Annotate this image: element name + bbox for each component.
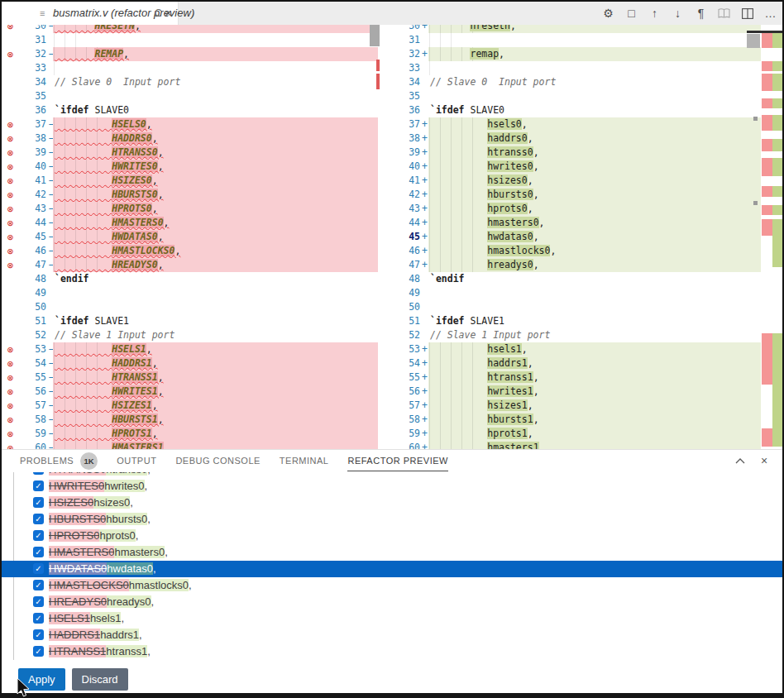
editor-line-right-49[interactable]: 49 — [389, 286, 762, 300]
editor-line-left-36[interactable]: 36`ifdef SLAVE0 — [2, 103, 380, 117]
editor-line-left-56[interactable]: ⊗56− HWRITES1, — [2, 385, 380, 399]
editor-line-right-55[interactable]: 55+ htranss1, — [389, 371, 762, 385]
editor-line-right-44[interactable]: 44+ hmasters0, — [389, 216, 762, 230]
editor-line-right-33[interactable]: 33 — [389, 61, 762, 75]
tab-close-icon[interactable]: × — [165, 6, 172, 20]
editor-line-left-37[interactable]: ⊗37− HSELS0, — [2, 117, 380, 131]
panel-tab-output[interactable]: OUTPUT — [117, 450, 156, 471]
editor-line-left-57[interactable]: ⊗57− HSIZES1, — [2, 399, 380, 413]
editor-line-left-32[interactable]: ⊗32− REMAP, — [2, 47, 380, 61]
checkbox-icon[interactable]: ✓ — [33, 629, 44, 640]
editor-line-right-34[interactable]: 34// Slave 0 Input port — [389, 75, 762, 89]
editor-line-left-59[interactable]: ⊗59− HPROTS1, — [2, 427, 380, 441]
editor-line-left-47[interactable]: ⊗47− HREADYS0, — [2, 258, 380, 272]
editor-line-right-40[interactable]: 40+ hwrites0, — [389, 160, 762, 174]
more-actions-icon[interactable]: … — [763, 7, 777, 21]
editor-line-right-57[interactable]: 57+ hsizes1, — [389, 399, 762, 413]
editor-line-left-44[interactable]: ⊗44− HMASTERS0, — [2, 216, 380, 230]
editor-line-right-48[interactable]: 48`endif — [389, 272, 762, 286]
panel-tab-problems[interactable]: PROBLEMS1K — [20, 450, 98, 471]
editor-line-right-38[interactable]: 38+ haddrs0, — [389, 131, 762, 146]
checkbox-icon[interactable]: ✓ — [33, 563, 44, 574]
editor-line-right-46[interactable]: 46+ hmastlocks0, — [389, 244, 762, 258]
diff-pane-original[interactable]: ⊗30− HRESETN,31⊗32− REMAP,3334// Slave 0… — [2, 25, 380, 449]
panel-tab-terminal[interactable]: TERMINAL — [280, 450, 329, 471]
editor-line-left-50[interactable]: 50 — [2, 300, 380, 314]
editor-line-right-58[interactable]: 58+ hbursts1, — [389, 413, 762, 427]
checkbox-icon[interactable]: ✓ — [33, 514, 44, 524]
editor-line-left-38[interactable]: ⊗38− HADDRS0, — [2, 131, 380, 146]
collapse-panel-chevron-icon[interactable] — [734, 454, 747, 467]
split-editor-icon[interactable] — [740, 7, 754, 21]
editor-line-left-45[interactable]: ⊗45− HWDATAS0, — [2, 230, 380, 244]
editor-line-left-51[interactable]: 51`ifdef SLAVE1 — [2, 314, 380, 328]
editor-line-right-39[interactable]: 39+ htranss0, — [389, 146, 762, 160]
editor-line-right-35[interactable]: 35 — [389, 89, 762, 103]
left-scrollbar-thumb[interactable] — [370, 25, 380, 46]
editor-line-left-35[interactable]: 35 — [2, 89, 380, 103]
settings-gear-icon[interactable]: ⚙ — [601, 7, 615, 21]
editor-line-right-45[interactable]: 45+ hwdatas0, — [389, 230, 762, 244]
editor-line-left-55[interactable]: ⊗55− HTRANSS1, — [2, 371, 380, 385]
checkbox-icon[interactable]: ✓ — [33, 530, 44, 541]
previous-change-icon[interactable]: ↑ — [648, 7, 662, 21]
editor-line-left-33[interactable]: 33 — [2, 61, 380, 75]
editor-line-left-40[interactable]: ⊗40− HWRITES0, — [2, 160, 380, 174]
change-list-item[interactable]: ✓HTRANSS1htranss1, — [2, 643, 782, 660]
change-list-item[interactable]: ✓HADDRS1haddrs1, — [2, 627, 782, 643]
editor-line-right-42[interactable]: 42+ hbursts0, — [389, 188, 762, 202]
editor-line-right-43[interactable]: 43+ hprots0, — [389, 202, 762, 216]
editor-line-right-36[interactable]: 36`ifdef SLAVE0 — [389, 103, 762, 117]
editor-line-left-30[interactable]: ⊗30− HRESETN, — [2, 25, 380, 33]
right-scrollbar-thumb[interactable] — [747, 34, 760, 48]
editor-line-left-52[interactable]: 52// Slave 1 Input port — [2, 328, 380, 342]
whitespace-pilcrow-icon[interactable]: ¶ — [694, 7, 708, 21]
editor-line-left-49[interactable]: 49 — [2, 286, 380, 300]
editor-line-left-46[interactable]: ⊗46− HMASTLOCKS0, — [2, 244, 380, 258]
editor-line-right-54[interactable]: 54+ haddrs1, — [389, 356, 762, 371]
change-list-item[interactable]: ✓HWRITES0hwrites0, — [2, 478, 782, 495]
editor-line-right-51[interactable]: 51`ifdef SLAVE1 — [389, 314, 762, 328]
change-list-item[interactable]: ✓HREADYS0hreadys0, — [2, 594, 782, 610]
tab-busmatrix[interactable]: ≡ busmatrix.v (refactor preview) C × — [2, 2, 179, 25]
change-list-item[interactable]: ✓HSELS1hsels1, — [2, 610, 782, 627]
change-list-item[interactable]: ✓HMASTERS0hmasters0, — [2, 544, 782, 561]
open-preview-book-icon[interactable] — [717, 7, 731, 21]
checkbox-icon[interactable]: ✓ — [33, 547, 44, 557]
editor-line-right-60[interactable]: 60+ hmasters1, — [389, 441, 762, 449]
editor-line-left-53[interactable]: ⊗53− HSELS1, — [2, 342, 380, 356]
editor-line-left-58[interactable]: ⊗58− HBURSTS1, — [2, 413, 380, 427]
editor-line-left-48[interactable]: 48`endif — [2, 272, 380, 286]
next-change-icon[interactable]: ↓ — [671, 7, 685, 21]
apply-button[interactable]: Apply — [18, 668, 65, 691]
discard-button[interactable]: Discard — [72, 668, 128, 691]
change-list-item[interactable]: ✓HTRANSS0htranss0, — [2, 472, 782, 478]
close-panel-icon[interactable]: × — [758, 454, 771, 467]
editor-line-left-31[interactable]: 31 — [2, 33, 380, 47]
editor-line-right-56[interactable]: 56+ hwrites1, — [389, 385, 762, 399]
editor-line-right-53[interactable]: 53+ hsels1, — [389, 342, 762, 356]
editor-line-left-34[interactable]: 34// Slave 0 Input port — [2, 75, 380, 89]
editor-line-left-42[interactable]: ⊗42− HBURSTS0, — [2, 188, 380, 202]
editor-line-right-41[interactable]: 41+ hsizes0, — [389, 174, 762, 188]
panel-tab-debug-console[interactable]: DEBUG CONSOLE — [175, 450, 260, 471]
checkbox-icon[interactable]: ✓ — [33, 596, 44, 607]
checkbox-icon[interactable]: ✓ — [33, 646, 44, 657]
checkbox-icon[interactable]: ✓ — [33, 580, 44, 590]
diff-pane-modified[interactable]: 30+ hresetn,3132+ remap,3334// Slave 0 I… — [389, 25, 762, 449]
editor-line-left-39[interactable]: ⊗39− HTRANSS0, — [2, 146, 380, 160]
editor-line-right-32[interactable]: 32+ remap, — [389, 47, 762, 61]
checkbox-icon[interactable]: ✓ — [33, 497, 44, 508]
change-list-item[interactable]: ✓HSIZES0hsizes0, — [2, 495, 782, 511]
editor-line-right-30[interactable]: 30+ hresetn, — [389, 25, 762, 33]
editor-line-right-47[interactable]: 47+ hreadys0, — [389, 258, 762, 272]
editor-line-left-60[interactable]: ⊗60− HMASTERS1, — [2, 441, 380, 449]
change-list-item[interactable]: ✓HWDATAS0hwdatas0, — [2, 561, 782, 577]
editor-line-left-41[interactable]: ⊗41− HSIZES0, — [2, 174, 380, 188]
editor-line-right-52[interactable]: 52// Slave 1 Input port — [389, 328, 762, 342]
editor-line-right-59[interactable]: 59+ hprots1, — [389, 427, 762, 441]
editor-line-right-50[interactable]: 50 — [389, 300, 762, 314]
editor-line-right-37[interactable]: 37+ hsels0, — [389, 117, 762, 131]
checkbox-icon[interactable]: ✓ — [33, 472, 44, 475]
checkbox-icon[interactable]: ✓ — [33, 613, 44, 624]
